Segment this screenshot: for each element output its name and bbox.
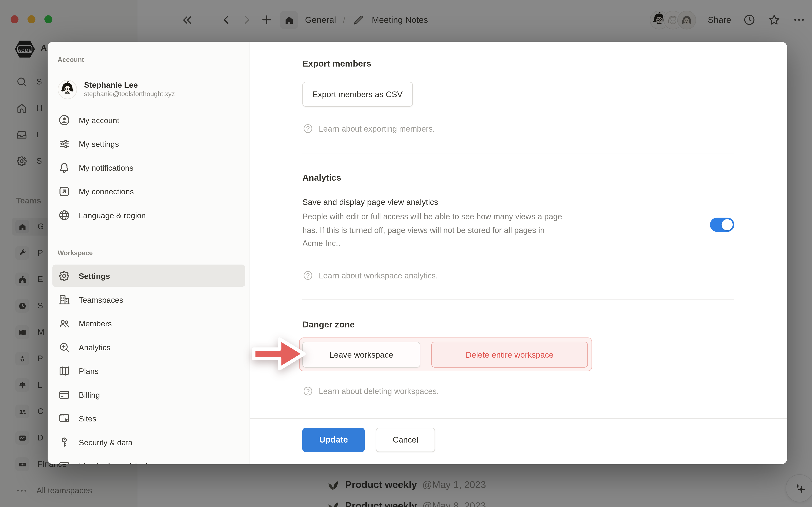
divider [302,299,734,300]
workspace-section-label: Workspace [58,249,93,257]
delete-workspace-button[interactable]: Delete entire workspace [432,342,588,368]
settings-menu-item[interactable]: My connections [52,180,246,203]
update-button[interactable]: Update [302,428,365,452]
settings-menu-item[interactable]: Teamspaces [52,288,246,311]
export-members-title: Export members [302,59,371,69]
settings-menu-item[interactable]: Billing [52,383,246,406]
key-icon [58,435,71,449]
settings-menu-item[interactable]: Plans [52,360,246,382]
settings-menu-item[interactable]: Analytics [52,336,246,358]
sliders-icon [58,137,71,151]
globe-icon [58,208,71,222]
person-circle-icon [58,113,71,126]
settings-menu-item[interactable]: My settings [52,133,246,155]
settings-menu-item[interactable]: My account [52,109,246,131]
settings-menu-item[interactable]: My notifications [52,156,246,178]
bell-icon [58,161,71,174]
account-section-label: Account [58,56,84,63]
id-card-icon [58,459,71,464]
magnifier-plus-icon [58,340,71,354]
credit-card-icon [58,388,71,401]
browser-cursor-icon [58,412,71,425]
profile-name: Stephanie Lee [84,80,175,90]
danger-zone-title: Danger zone [302,320,355,330]
settings-menu-item[interactable]: Identity & provisioning [52,455,246,464]
divider [302,154,734,155]
settings-menu-item[interactable]: Settings [52,265,246,287]
help-link-analytics[interactable]: Learn about workspace analytics. [302,269,438,281]
gear-icon [58,269,71,282]
arrow-up-right-square-icon [58,185,71,198]
profile-email: stephanie@toolsforthought.xyz [84,90,175,98]
analytics-title: Analytics [302,173,341,183]
toggle-knob [722,219,733,230]
cancel-button[interactable]: Cancel [376,428,435,452]
leave-workspace-button[interactable]: Leave workspace [302,342,420,368]
people-icon [58,317,71,330]
profile-row[interactable]: Stephanie Lee stephanie@toolsforthought.… [58,78,175,101]
settings-menu-item[interactable]: Members [52,312,246,334]
footer-divider [250,418,787,419]
settings-menu-item[interactable]: Security & data [52,431,246,453]
settings-content: Export members Export members as CSV Lea… [250,42,787,464]
export-members-csv-button[interactable]: Export members as CSV [302,82,413,107]
profile-avatar [58,79,78,99]
question-circle-icon [302,385,314,397]
analytics-description: People with edit or full access will be … [302,210,562,250]
settings-modal: Account Stephanie Lee stephanie@toolsfor… [48,42,787,464]
map-icon [58,364,71,378]
settings-menu-item[interactable]: Language & region [52,204,246,226]
question-circle-icon [302,270,314,281]
question-circle-icon [302,123,314,134]
building-icon [58,293,71,306]
settings-sidebar: Account Stephanie Lee stephanie@toolsfor… [48,42,250,464]
analytics-toggle[interactable] [710,218,734,232]
analytics-setting-title: Save and display page view analytics [302,198,438,207]
help-link-deleting[interactable]: Learn about deleting workspaces. [302,385,439,397]
annotation-arrow [252,333,306,375]
screen: ACME A S H [0,0,812,507]
settings-menu-item[interactable]: Sites [52,407,246,430]
danger-zone-container: Leave workspace Delete entire workspace [299,338,592,372]
help-link-exporting[interactable]: Learn about exporting members. [302,122,435,134]
